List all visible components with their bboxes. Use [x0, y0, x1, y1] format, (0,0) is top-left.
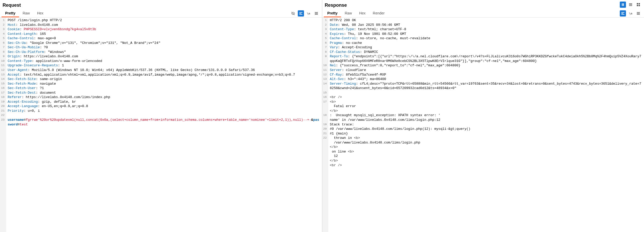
- code-line[interactable]: Sec-Fetch-Dest: document: [8, 91, 320, 95]
- newline-icon[interactable]: \n: [628, 10, 634, 17]
- code-line[interactable]: Sec-Fetch-Site: same-origin: [8, 77, 320, 82]
- code-line[interactable]: 12: [330, 154, 642, 158]
- eye-off-icon[interactable]: [290, 10, 296, 17]
- tab-pretty[interactable]: Pretty: [324, 10, 341, 17]
- code-line[interactable]: Upgrade-Insecure-Requests: 1: [8, 63, 320, 68]
- code-line[interactable]: </b>: [330, 158, 642, 163]
- svg-rect-10: [299, 13, 301, 14]
- svg-rect-20: [637, 14, 640, 15]
- request-pane: Request PrettyRawHex \n 1234567891011121…: [0, 0, 322, 232]
- response-pane: Response PrettyRawHexRender \n 123456789…: [322, 0, 644, 232]
- svg-rect-15: [621, 12, 624, 13]
- code-line[interactable]: </b>: [330, 145, 642, 149]
- hamburger-icon[interactable]: [635, 10, 641, 17]
- svg-rect-3: [629, 4, 632, 5]
- list-icon[interactable]: [628, 2, 634, 8]
- svg-rect-5: [637, 3, 638, 4]
- response-title: Response: [322, 0, 644, 10]
- response-editor[interactable]: 12345678910111213141516171819202122 HTTP…: [322, 18, 644, 232]
- svg-rect-9: [299, 12, 302, 13]
- code-line[interactable]: <b>: [330, 100, 642, 104]
- svg-rect-12: [315, 12, 318, 13]
- tab-raw[interactable]: Raw: [341, 10, 355, 17]
- code-line[interactable]: Referer: https://livelabs.0x4148.com/lim…: [8, 95, 320, 100]
- svg-rect-14: [315, 14, 318, 15]
- svg-rect-17: [621, 14, 624, 15]
- code-line[interactable]: <br />: [330, 95, 642, 100]
- code-line[interactable]: [8, 113, 320, 118]
- code-line[interactable]: name' in /var/www/livelabs.0x4148.com/li…: [330, 118, 642, 122]
- code-line[interactable]: HTTP/2 200 OK: [330, 18, 642, 23]
- code-line[interactable]: Content-Type: text/html; charset=UTF-8: [330, 27, 642, 32]
- wrap-lines-icon[interactable]: [298, 10, 304, 17]
- code-line[interactable]: #0 /var/www/livelabs.0x4148.com/lims/log…: [330, 127, 642, 131]
- tab-hex[interactable]: Hex: [355, 10, 369, 17]
- code-line[interactable]: Server-Timing: cfL4;desc="?proto=TCP&rtt…: [330, 82, 642, 91]
- code-line[interactable]: [330, 91, 642, 95]
- request-title: Request: [0, 0, 322, 10]
- code-line[interactable]: [330, 167, 642, 172]
- newline-icon[interactable]: \n: [306, 10, 312, 17]
- code-line[interactable]: <br />: [330, 163, 642, 168]
- code-line[interactable]: /var/www/livelabs.0x4148.com/lims/login.…: [330, 140, 642, 145]
- svg-rect-1: [623, 3, 624, 6]
- svg-rect-13: [315, 13, 318, 14]
- code-line[interactable]: #1 {main}: [330, 131, 642, 136]
- wrap-lines-icon[interactable]: [620, 10, 626, 17]
- svg-rect-8: [639, 5, 640, 6]
- global-toolbar: [620, 2, 641, 8]
- code-line[interactable]: Sec-Ch-Ua-Platform: "Windows": [8, 50, 320, 54]
- tab-hex[interactable]: Hex: [33, 10, 47, 17]
- tab-render[interactable]: Render: [369, 10, 388, 17]
- code-line[interactable]: Fatal error: [330, 104, 642, 109]
- svg-rect-19: [637, 13, 640, 14]
- code-line[interactable]: Accept: text/html,application/xhtml+xml,…: [8, 73, 320, 77]
- code-line[interactable]: Vary: Accept-Encoding: [330, 45, 642, 50]
- svg-rect-18: [637, 12, 640, 13]
- request-editor[interactable]: 1234567891011121314151617181920212223 PO…: [0, 18, 322, 232]
- svg-rect-6: [639, 3, 640, 4]
- code-line[interactable]: : Uncaught mysqli_sql_exception: XPATH s…: [330, 113, 642, 118]
- svg-rect-2: [629, 3, 632, 4]
- code-line[interactable]: Content-Type: application/x-www-form-url…: [8, 59, 320, 63]
- code-line[interactable]: Cache-Control: max-age=0: [8, 36, 320, 41]
- code-line[interactable]: Host: livelabs.0x4148.com: [8, 23, 320, 27]
- svg-rect-0: [622, 3, 623, 6]
- code-line[interactable]: Content-Length: 165: [8, 32, 320, 36]
- code-line[interactable]: Priority: u=0, i: [8, 109, 320, 113]
- code-line[interactable]: POST /lims/login.php HTTP/2: [8, 18, 320, 23]
- code-line[interactable]: Cache-Control: no-store, no-cache, must-…: [330, 36, 642, 41]
- tab-raw[interactable]: Raw: [19, 10, 33, 17]
- code-line[interactable]: Sec-Ch-Ua: "Google Chrome";v="131", "Chr…: [8, 41, 320, 45]
- code-line[interactable]: Origin: https://livelabs.0x4148.com: [8, 54, 320, 59]
- response-tabbar: PrettyRawHexRender \n: [322, 10, 644, 18]
- code-line[interactable]: </b>: [330, 109, 642, 113]
- code-line[interactable]: Nel: {"success_fraction":0,"report_to":"…: [330, 63, 642, 68]
- tab-pretty[interactable]: Pretty: [2, 10, 19, 17]
- code-line[interactable]: Date: Wed, 08 Jan 2025 09:56:46 GMT: [330, 23, 642, 27]
- pause-icon[interactable]: [620, 2, 626, 8]
- code-line[interactable]: Sec-Fetch-User: ?1: [8, 86, 320, 91]
- code-line[interactable]: on line <b>: [330, 149, 642, 154]
- svg-rect-16: [621, 13, 623, 14]
- code-line[interactable]: Expires: Thu, 19 Nov 1981 08:52:00 GMT: [330, 32, 642, 36]
- code-line[interactable]: Cf-Ray: 8feb51cf5a7cee4f-MXP: [330, 73, 642, 77]
- code-line[interactable]: Cookie: PHPSESSID=vlvjven6bsndg7kg4val5v…: [8, 27, 320, 32]
- code-line[interactable]: Sec-Fetch-Mode: navigate: [8, 82, 320, 86]
- code-line[interactable]: thrown in <b>: [330, 136, 642, 140]
- code-line[interactable]: Accept-Language: en-US,en;q=0.9,ar;q=0.8: [8, 104, 320, 109]
- code-line[interactable]: Sec-Ch-Ua-Mobile: ?0: [8, 45, 320, 50]
- code-line[interactable]: Pragma: no-cache: [330, 41, 642, 45]
- svg-rect-7: [637, 5, 638, 6]
- code-line[interactable]: Server: cloudflare: [330, 68, 642, 73]
- code-line[interactable]: username=fgrrwe'%20or%20updatexml(null,c…: [8, 118, 320, 127]
- hamburger-icon[interactable]: [313, 10, 319, 17]
- code-line[interactable]: Stack trace:: [330, 122, 642, 127]
- code-line[interactable]: Accept-Encoding: gzip, deflate, br: [8, 100, 320, 104]
- code-line[interactable]: User-Agent: Mozilla/5.0 (Windows NT 10.0…: [8, 68, 320, 73]
- code-line[interactable]: Alt-Svc: h3=":443"; ma=86400: [330, 77, 642, 82]
- code-line[interactable]: Report-To: {"endpoints":[{"url":"https:\…: [330, 54, 642, 63]
- svg-rect-11: [299, 14, 302, 15]
- grid-icon[interactable]: [635, 2, 641, 8]
- code-line[interactable]: Cf-Cache-Status: DYNAMIC: [330, 50, 642, 54]
